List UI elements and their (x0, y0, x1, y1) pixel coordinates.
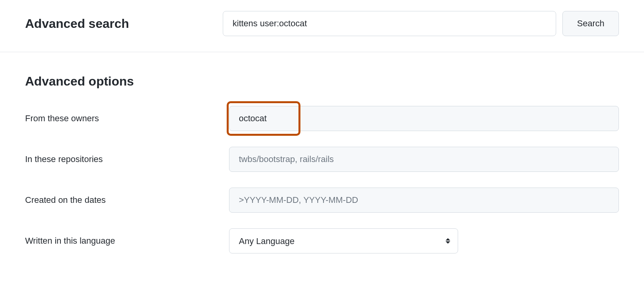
created-input[interactable] (229, 188, 619, 213)
label-language: Written in this language (25, 236, 229, 246)
search-row: Search (223, 11, 619, 36)
search-input[interactable] (223, 11, 556, 36)
search-button[interactable]: Search (562, 11, 619, 36)
row-repositories: In these repositories (25, 147, 619, 172)
label-created: Created on the dates (25, 195, 229, 205)
section-title: Advanced options (25, 74, 619, 89)
language-select[interactable]: Any Language (229, 228, 458, 253)
row-created: Created on the dates (25, 188, 619, 213)
repositories-input[interactable] (229, 147, 619, 172)
advanced-options-section: Advanced options From these owners In th… (0, 52, 644, 285)
label-owners: From these owners (25, 113, 229, 124)
row-language: Written in this language Any Language (25, 228, 619, 253)
label-repositories: In these repositories (25, 154, 229, 164)
page-title: Advanced search (25, 16, 213, 31)
owners-input[interactable] (229, 106, 619, 131)
header-bar: Advanced search Search (0, 0, 644, 52)
row-owners: From these owners (25, 106, 619, 131)
